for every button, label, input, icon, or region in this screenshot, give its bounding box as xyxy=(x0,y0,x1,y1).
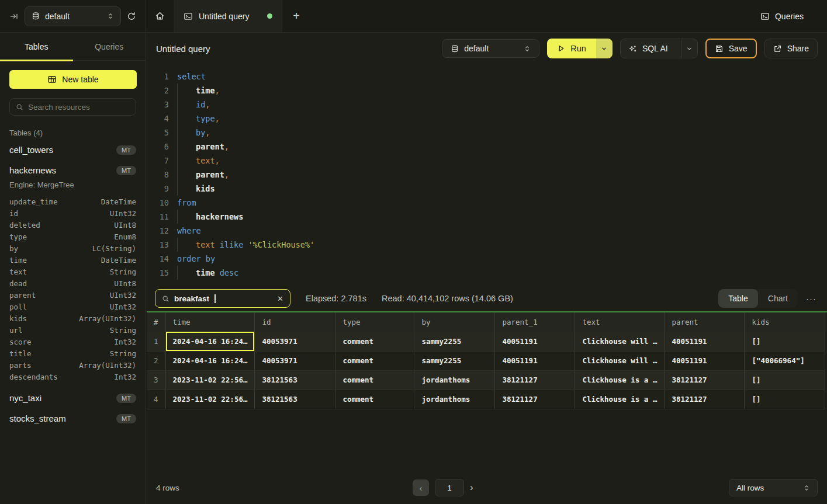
code-line[interactable]: parent, xyxy=(177,140,229,154)
table-cell[interactable]: 38121127 xyxy=(495,390,575,409)
code-line[interactable]: parent, xyxy=(177,168,229,182)
code-line[interactable]: text ilike '%ClickHouse%' xyxy=(177,238,314,252)
table-cell[interactable]: 38121127 xyxy=(665,370,745,390)
prev-page-button[interactable]: ‹ xyxy=(413,479,429,496)
code-line[interactable]: type, xyxy=(177,112,220,126)
table-cell[interactable]: Clickhouse is a … xyxy=(575,370,665,390)
sidebar-table-item[interactable]: hackernewsMT xyxy=(0,160,146,180)
code-line[interactable]: text, xyxy=(177,154,220,168)
code-line[interactable]: time desc xyxy=(177,266,238,280)
column-header-id[interactable]: id xyxy=(255,312,335,332)
editor-line: 5by, xyxy=(147,126,827,140)
code-token: by xyxy=(196,128,205,137)
table-cell[interactable]: sammy2255 xyxy=(414,332,495,351)
sidebar-table-item[interactable]: stocks_streamMT xyxy=(0,408,146,429)
table-cell[interactable]: 40051191 xyxy=(665,332,745,351)
table-list: cell_towersMThackernewsMTEngine: MergeTr… xyxy=(0,140,146,429)
code-line[interactable]: hackernews xyxy=(177,210,243,224)
table-cell[interactable]: 2024-04-16 16:24… xyxy=(165,332,255,351)
row-number-cell[interactable]: 3 xyxy=(147,370,165,390)
code-line[interactable]: where xyxy=(177,224,201,238)
code-line[interactable]: from xyxy=(177,196,196,210)
code-line[interactable]: by, xyxy=(177,126,210,140)
code-line[interactable]: order by xyxy=(177,252,215,266)
table-cell[interactable]: 38121563 xyxy=(255,370,335,390)
table-cell[interactable]: 38121563 xyxy=(255,390,335,409)
collapse-sidebar-button[interactable] xyxy=(9,12,19,21)
tab-untitled-query[interactable]: Untitled query xyxy=(174,0,282,32)
table-cell[interactable]: [] xyxy=(745,332,825,351)
run-button[interactable]: Run xyxy=(547,39,596,58)
page-size-select[interactable]: All rows xyxy=(729,479,818,496)
table-cell[interactable]: 40053971 xyxy=(255,351,335,370)
column-name: parent xyxy=(9,290,36,301)
table-cell[interactable]: [] xyxy=(745,370,825,390)
table-cell[interactable]: 38121127 xyxy=(495,370,575,390)
next-page-button[interactable]: › xyxy=(470,482,473,493)
sql-ai-options-button[interactable] xyxy=(681,39,697,58)
refresh-button[interactable] xyxy=(127,12,136,21)
table-cell[interactable]: 40053971 xyxy=(255,332,335,351)
column-header-rownum[interactable]: # xyxy=(147,312,165,332)
table-cell[interactable]: 40051191 xyxy=(665,351,745,370)
table-cell[interactable]: 2024-04-16 16:24… xyxy=(165,351,255,370)
sidebar-table-item[interactable]: nyc_taxiMT xyxy=(0,388,146,408)
new-tab-button[interactable]: + xyxy=(282,0,310,32)
code-line[interactable]: select xyxy=(177,69,206,84)
sql-editor[interactable]: 1select2time,3id,4type,5by,6parent,7text… xyxy=(147,64,827,286)
table-cell[interactable]: jordanthoms xyxy=(414,370,495,390)
sidebar-tab-tables[interactable]: Tables xyxy=(0,33,73,60)
column-header-kids[interactable]: kids xyxy=(745,312,825,332)
save-button[interactable]: Save xyxy=(705,39,757,58)
sidebar-search-input[interactable] xyxy=(28,103,130,112)
share-button[interactable]: Share xyxy=(764,39,818,58)
column-header-parent[interactable]: parent xyxy=(665,312,745,332)
run-options-button[interactable] xyxy=(596,39,613,58)
home-tab-button[interactable] xyxy=(146,0,174,32)
table-cell[interactable]: jordanthoms xyxy=(414,390,495,409)
sidebar-database-select[interactable]: default xyxy=(25,6,121,26)
sidebar-tab-queries[interactable]: Queries xyxy=(73,33,146,60)
sql-ai-button[interactable]: SQL AI xyxy=(621,39,676,58)
table-cell[interactable]: 40051191 xyxy=(495,332,575,351)
table-cell[interactable]: comment xyxy=(335,332,414,351)
queries-top-button[interactable]: Queries xyxy=(760,0,827,32)
column-header-text[interactable]: text xyxy=(575,312,665,332)
table-cell[interactable]: comment xyxy=(335,370,414,390)
row-number-cell[interactable]: 4 xyxy=(147,390,165,409)
table-cell[interactable]: comment xyxy=(335,351,414,370)
column-header-by[interactable]: by xyxy=(414,312,495,332)
table-cell[interactable]: Clickhouse will … xyxy=(575,351,665,370)
table-cell[interactable]: 40051191 xyxy=(495,351,575,370)
view-toggle-table[interactable]: Table xyxy=(718,289,757,308)
column-header-parent_1[interactable]: parent_1 xyxy=(495,312,575,332)
current-page-box[interactable]: 1 xyxy=(435,479,464,496)
table-cell[interactable]: ["40066964"] xyxy=(745,351,825,370)
column-header-time[interactable]: time xyxy=(165,312,255,332)
table-cell[interactable]: Clickhouse is a … xyxy=(575,390,665,409)
table-cell[interactable]: [] xyxy=(745,390,825,409)
code-line[interactable]: kids xyxy=(177,182,215,196)
run-label: Run xyxy=(570,44,586,53)
view-toggle-chart[interactable]: Chart xyxy=(758,289,798,308)
column-header-type[interactable]: type xyxy=(335,312,414,332)
toolbar-database-select[interactable]: default xyxy=(442,39,539,58)
sidebar-table-item[interactable]: cell_towersMT xyxy=(0,140,146,160)
row-number-cell[interactable]: 2 xyxy=(147,351,165,370)
new-table-button[interactable]: New table xyxy=(9,70,137,89)
table-cell[interactable]: Clickhouse will … xyxy=(575,332,665,351)
table-cell[interactable]: 2023-11-02 22:56… xyxy=(165,370,255,390)
code-line[interactable]: id, xyxy=(177,98,210,112)
results-search-box[interactable]: breakfast ✕ xyxy=(155,289,290,308)
clear-search-icon[interactable]: ✕ xyxy=(277,294,283,303)
sidebar-search xyxy=(9,98,136,116)
code-line[interactable]: time, xyxy=(177,84,220,98)
more-options-icon[interactable]: ··· xyxy=(804,294,819,304)
row-number-cell[interactable]: 1 xyxy=(147,332,165,351)
line-number: 9 xyxy=(153,182,169,196)
column-type: Array(UInt32) xyxy=(79,360,136,371)
table-cell[interactable]: sammy2255 xyxy=(414,351,495,370)
table-cell[interactable]: comment xyxy=(335,390,414,409)
table-cell[interactable]: 2023-11-02 22:56… xyxy=(165,390,255,409)
table-cell[interactable]: 38121127 xyxy=(665,390,745,409)
